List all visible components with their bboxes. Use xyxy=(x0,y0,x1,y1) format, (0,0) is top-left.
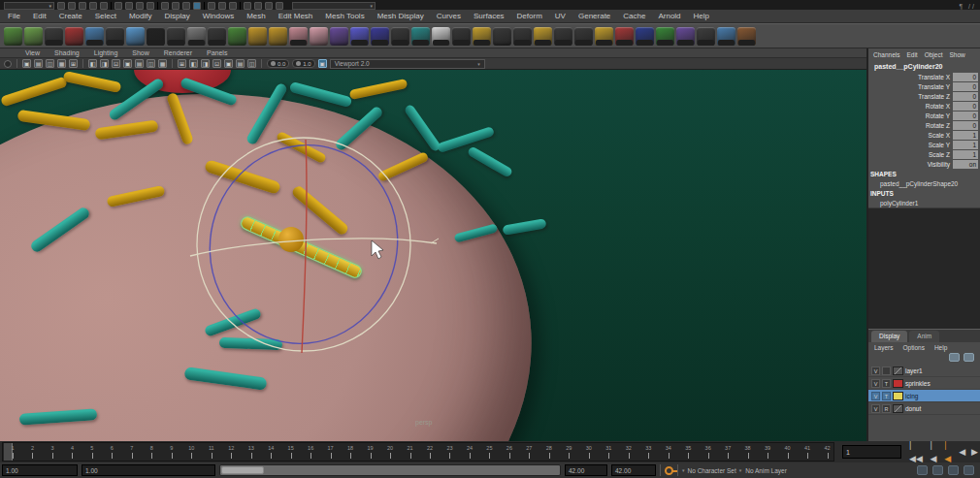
menu-help[interactable]: Help xyxy=(694,12,709,20)
textured-icon[interactable]: ◨ xyxy=(201,59,210,68)
frame-tick[interactable] xyxy=(489,453,490,459)
channel-row[interactable]: Scale Z1 xyxy=(868,149,980,159)
playback-start-field[interactable]: 1.00 xyxy=(82,464,215,476)
frame-tick[interactable] xyxy=(310,453,311,459)
grid-icon[interactable]: ◧ xyxy=(88,59,97,68)
ipr-render-icon[interactable] xyxy=(265,2,273,10)
safe-title-icon[interactable]: ▦ xyxy=(158,59,167,68)
shelf-pill-navy-icon[interactable] xyxy=(636,27,654,46)
channel-value-field[interactable]: 0 xyxy=(953,92,978,101)
menu-select[interactable]: Select xyxy=(95,12,116,20)
shelf-adobe-live-icon[interactable] xyxy=(574,27,593,46)
step-back-key-button[interactable]: |◀ xyxy=(928,438,940,465)
film-gate-icon[interactable]: ◨ xyxy=(100,59,109,68)
snap-grid-icon[interactable] xyxy=(147,2,154,10)
select-object-icon[interactable] xyxy=(125,2,133,10)
channel-value-field[interactable]: 0 xyxy=(953,121,978,130)
character-set-dropdown[interactable]: ▾ No Character Set ▾ xyxy=(682,467,741,474)
snap-curve-icon[interactable] xyxy=(161,2,169,10)
make-live-icon[interactable] xyxy=(193,2,201,10)
frame-tick[interactable] xyxy=(72,453,73,459)
render-frame-icon[interactable] xyxy=(254,2,262,10)
step-back-frame-button[interactable]: |◀ xyxy=(942,438,955,465)
gate-mask-icon[interactable]: ▣ xyxy=(123,59,132,68)
shelf-pill-green-icon[interactable] xyxy=(656,27,674,46)
time-slider[interactable]: 1234567891011121314151617181920212223242… xyxy=(2,442,834,462)
shelf-type-tool-icon[interactable] xyxy=(676,27,695,46)
resolution-gate-icon[interactable]: ⊡ xyxy=(112,59,120,68)
channel-row[interactable]: Rotate X0 xyxy=(868,101,980,111)
open-scene-icon[interactable] xyxy=(68,2,76,10)
object-name[interactable]: pasted__pCylinder20 xyxy=(868,60,980,72)
shelf-arc-tool-icon[interactable] xyxy=(534,27,552,46)
play-backwards-button[interactable]: ◀ xyxy=(957,445,967,459)
frame-tick[interactable] xyxy=(151,453,152,459)
frame-tick[interactable] xyxy=(629,453,630,459)
animation-start-field[interactable]: 1.00 xyxy=(2,464,78,476)
menu-uv[interactable]: UV xyxy=(555,12,566,20)
motion-blur-icon[interactable]: ◫ xyxy=(247,59,256,68)
sprinkle-ball-mesh[interactable] xyxy=(278,227,304,252)
range-slider[interactable] xyxy=(219,464,561,476)
layer-visibility-toggle[interactable]: V xyxy=(871,404,880,413)
animation-preferences-icon[interactable] xyxy=(964,465,974,475)
default-material-icon[interactable]: ◧ xyxy=(189,59,198,68)
frame-tick[interactable] xyxy=(788,453,789,459)
input-connections-icon[interactable] xyxy=(208,2,215,10)
frame-tick[interactable] xyxy=(688,453,689,459)
play-forwards-button[interactable]: ▶ xyxy=(969,445,980,459)
menu-create[interactable]: Create xyxy=(59,12,82,20)
shelf-platonic-solid-icon[interactable] xyxy=(167,27,185,46)
sprinkle-teal[interactable] xyxy=(467,145,513,178)
frame-tick[interactable] xyxy=(608,453,609,459)
layer-menu-help[interactable]: Help xyxy=(934,344,947,351)
layer-color-swatch[interactable] xyxy=(893,404,903,413)
frame-tick[interactable] xyxy=(470,453,471,459)
shelf-nurbs-square-icon[interactable] xyxy=(473,27,491,46)
channel-row[interactable]: Translate X0 xyxy=(868,72,980,81)
frame-tick[interactable] xyxy=(648,453,649,459)
shelf-helix-icon[interactable] xyxy=(289,27,308,46)
frame-tick[interactable] xyxy=(569,453,570,459)
shelf-pill-red-icon[interactable] xyxy=(615,27,634,46)
layer-display-type-toggle[interactable]: T xyxy=(882,392,891,400)
new-scene-icon[interactable] xyxy=(57,2,65,10)
range-slider-handle[interactable] xyxy=(221,466,264,474)
shelf-poly-cone-icon[interactable] xyxy=(65,27,83,46)
sprinkle-teal[interactable] xyxy=(218,336,281,349)
frame-tick[interactable] xyxy=(52,453,53,459)
layer-row-donut[interactable]: VRdonut xyxy=(868,402,980,415)
sprinkle-gold[interactable] xyxy=(349,79,408,100)
channel-value-field[interactable]: 0 xyxy=(953,112,978,120)
frame-tick[interactable] xyxy=(112,453,113,459)
animation-end-field[interactable]: 42.00 xyxy=(611,464,656,476)
frame-tick[interactable] xyxy=(13,453,14,459)
frame-tick[interactable] xyxy=(449,453,450,459)
shelf-poly-plane-icon[interactable] xyxy=(85,27,104,46)
menu-deform[interactable]: Deform xyxy=(517,12,542,20)
layer-display-type-toggle[interactable] xyxy=(882,366,891,375)
frame-tick[interactable] xyxy=(828,453,829,459)
frame-tick[interactable] xyxy=(92,453,93,459)
layer-display-type-toggle[interactable]: R xyxy=(882,404,891,413)
layer-row-layer1[interactable]: Vlayer1 xyxy=(868,365,980,377)
channel-value-field[interactable]: 1 xyxy=(953,141,978,149)
shelf-sculpt-tool-icon[interactable] xyxy=(737,27,756,46)
menu-edit-mesh[interactable]: Edit Mesh xyxy=(278,12,313,20)
channel-row[interactable]: Visibilityon xyxy=(868,159,980,169)
scene-selector-dropdown[interactable]: ▾ xyxy=(4,2,54,10)
sprinkle-teal[interactable] xyxy=(437,126,495,153)
shelf-pill-gold-icon[interactable] xyxy=(595,27,613,46)
cache-playback-icon[interactable] xyxy=(948,465,959,475)
sprinkle-gold[interactable] xyxy=(63,70,122,92)
frame-tick[interactable] xyxy=(728,453,729,459)
construction-history-icon[interactable] xyxy=(229,2,237,10)
statusline-field[interactable]: ▾ xyxy=(292,2,376,10)
shelf-torus-gold-1-icon[interactable] xyxy=(248,27,267,46)
image-plane-icon[interactable]: ⊞ xyxy=(69,59,78,68)
frame-tick[interactable] xyxy=(132,453,133,459)
renderer-icon[interactable]: ▣ xyxy=(318,59,327,68)
current-frame-field[interactable]: 1 xyxy=(842,445,901,459)
sidebar-toggle-icons[interactable]: ¶ // xyxy=(959,3,976,10)
channel-box-menu-channels[interactable]: Channels xyxy=(873,51,899,58)
